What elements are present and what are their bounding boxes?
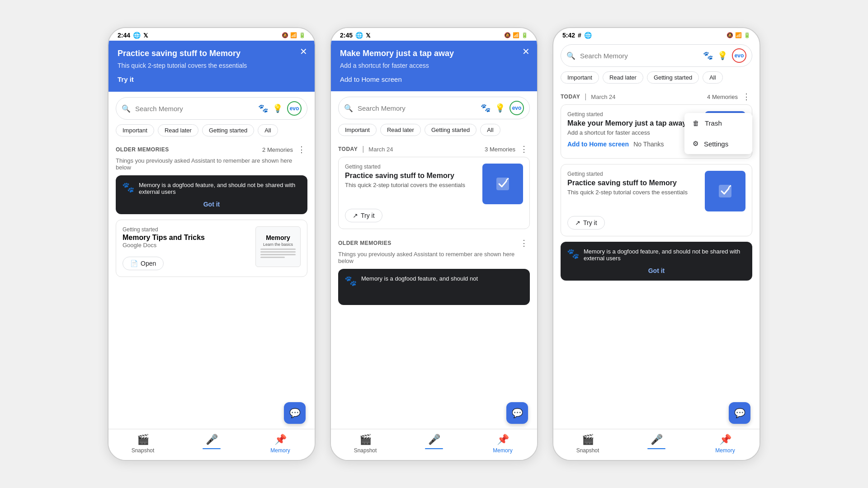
search-input-2[interactable] [358, 104, 476, 112]
search-bar-3[interactable]: 🔍 🐾 💡 evo [561, 44, 752, 67]
search-input-1[interactable] [135, 105, 254, 113]
banner-subtitle-1: This quick 2-step tutorial covers the es… [118, 62, 306, 69]
banner-add-link-2[interactable]: Add to Home screen [340, 75, 528, 83]
banner-close-button-2[interactable]: ✕ [522, 47, 530, 56]
nav-snapshot-label-3: Snapshot [576, 447, 599, 454]
globe-icon-2: 🌐 [355, 32, 363, 39]
docs-card-1: Getting started Memory Tips and Tricks G… [116, 220, 307, 277]
filter-chips-2: Important Read later Getting started All [331, 124, 537, 141]
external-icon-2: ↗ [353, 212, 358, 219]
dropdown-trash-3[interactable]: 🗑 Trash [684, 113, 752, 133]
nav-memory-3[interactable]: 📌 Memory [691, 434, 760, 454]
chip-important-1[interactable]: Important [116, 124, 154, 136]
got-it-button-3[interactable]: Got it [567, 267, 746, 274]
mute-icon-3: 🔕 [726, 32, 733, 38]
chip-gettingstarted-3[interactable]: Getting started [647, 71, 699, 84]
nav-mic-1[interactable]: 🎤 [177, 434, 246, 454]
snapshot-icon-3: 🎬 [582, 434, 594, 446]
dropdown-settings-3[interactable]: ⚙ Settings [684, 133, 752, 154]
nav-memory-label-2: Memory [493, 447, 512, 454]
banner-try-button-1[interactable]: Try it [118, 75, 134, 83]
nav-snapshot-2[interactable]: 🎬 Snapshot [331, 434, 400, 454]
three-dots-today-3[interactable]: ⋮ [741, 92, 752, 102]
nav-mic-2[interactable]: 🎤 [400, 434, 468, 454]
hash-icon-3: # [578, 32, 581, 39]
fab-1[interactable]: 💬 [284, 402, 306, 424]
chip-all-1[interactable]: All [258, 124, 278, 136]
section-title-older-1: OLDER MEMORIES [116, 146, 169, 153]
section-header-older-1: OLDER MEMORIES 2 Memories ⋮ [116, 141, 307, 157]
try-button-2[interactable]: ↗ Try it [345, 209, 382, 222]
open-button-1[interactable]: 📄 Open [123, 257, 164, 270]
banner-close-button-1[interactable]: ✕ [300, 47, 307, 56]
chip-readlater-2[interactable]: Read later [380, 124, 421, 136]
chip-all-2[interactable]: All [480, 124, 500, 136]
chip-all-3[interactable]: All [703, 71, 722, 84]
dogfood-text-3: Memory is a dogfood feature, and should … [584, 248, 746, 262]
wifi-icon-3: 📶 [735, 32, 742, 38]
card-desc-2: This quick 2-step tutorial covers the es… [345, 182, 478, 188]
today-count-3: 4 Memories [707, 94, 738, 100]
card-tag-2: Getting started [345, 164, 478, 170]
chip-gettingstarted-1[interactable]: Getting started [202, 124, 254, 136]
chip-important-2[interactable]: Important [338, 124, 377, 136]
phone-2: 2:45 🌐 𝕏 🔕 📶 🔋 ✕ Make Memory just a tap … [330, 27, 538, 461]
section-title-older-2: OLDER MEMORIES [338, 240, 392, 246]
three-dots-today-2[interactable]: ⋮ [518, 144, 530, 154]
fab-3[interactable]: 💬 [729, 402, 750, 424]
search-input-3[interactable] [580, 52, 698, 60]
dogfood-card-2: 🐾 Memory is a dogfood feature, and shoul… [338, 269, 530, 305]
card-title-3: Practice saving stuff to Memory [567, 179, 700, 187]
dropdown-menu-3: 🗑 Trash ⚙ Settings [684, 113, 752, 154]
nav-memory-1[interactable]: 📌 Memory [246, 434, 315, 454]
paw-icon-dogfood-2: 🐾 [344, 275, 357, 287]
twitter-icon: 𝕏 [143, 32, 148, 39]
mic-icon-3: 🎤 [651, 434, 663, 446]
time-1: 2:44 [118, 32, 130, 39]
docs-title-1: Memory Tips and Tricks [123, 234, 251, 242]
section-desc-1: Things you previously asked Assistant to… [116, 157, 307, 171]
nav-snapshot-3[interactable]: 🎬 Snapshot [553, 434, 622, 454]
chip-important-3[interactable]: Important [561, 71, 599, 84]
globe-icon: 🌐 [133, 32, 141, 39]
search-bar-1[interactable]: 🔍 🐾 💡 evo [116, 97, 307, 120]
bulb-icon-3: 💡 [717, 51, 727, 61]
avatar-3[interactable]: evo [732, 48, 746, 63]
no-thanks-button-3[interactable]: No Thanks [633, 141, 664, 148]
today-header-3: TODAY | March 24 4 Memories ⋮ [561, 88, 752, 104]
pin-icon-3: 📌 [719, 434, 731, 446]
paw-icon-1: 🐾 [258, 103, 268, 113]
search-icon-2: 🔍 [344, 104, 353, 113]
battery-icon-2: 🔋 [521, 32, 528, 38]
today-label-2: TODAY [338, 146, 358, 152]
fab-2[interactable]: 💬 [506, 402, 528, 424]
add-home-button-3[interactable]: Add to Home screen [567, 141, 629, 148]
snapshot-icon-1: 🎬 [137, 434, 149, 446]
nav-snapshot-1[interactable]: 🎬 Snapshot [108, 434, 177, 454]
nav-mic-3[interactable]: 🎤 [622, 434, 691, 454]
chip-readlater-3[interactable]: Read later [603, 71, 643, 84]
three-dots-older-2[interactable]: ⋮ [518, 238, 530, 248]
avatar-2[interactable]: evo [509, 101, 524, 115]
chip-readlater-1[interactable]: Read later [158, 124, 198, 136]
trash-icon-3: 🗑 [693, 119, 699, 127]
status-bar-3: 5:42 # 🌐 🔕 📶 🔋 [553, 28, 760, 41]
globe-icon-3: 🌐 [584, 32, 592, 39]
try-button-3[interactable]: ↗ Try it [567, 216, 605, 230]
promo-banner-2: ✕ Make Memory just a tap away Add a shor… [331, 41, 537, 91]
banner-subtitle-2: Add a shortcut for faster access [340, 62, 528, 69]
pin-icon-2: 📌 [497, 434, 509, 446]
got-it-button-1[interactable]: Got it [122, 201, 301, 208]
external-icon-3: ↗ [575, 219, 580, 226]
nav-memory-label-3: Memory [715, 447, 735, 454]
search-bar-2[interactable]: 🔍 🐾 💡 evo [338, 97, 530, 119]
bottom-nav-3: 🎬 Snapshot 🎤 📌 Memory [553, 429, 760, 460]
paw-icon-dogfood-3: 🐾 [567, 248, 579, 260]
avatar-1[interactable]: evo [287, 101, 302, 116]
battery-icon: 🔋 [299, 32, 306, 38]
nav-memory-2[interactable]: 📌 Memory [468, 434, 537, 454]
card-image-2 [482, 164, 523, 204]
mic-icon-1: 🎤 [206, 434, 218, 446]
chip-gettingstarted-2[interactable]: Getting started [425, 124, 476, 136]
three-dots-button-1[interactable]: ⋮ [296, 145, 307, 155]
